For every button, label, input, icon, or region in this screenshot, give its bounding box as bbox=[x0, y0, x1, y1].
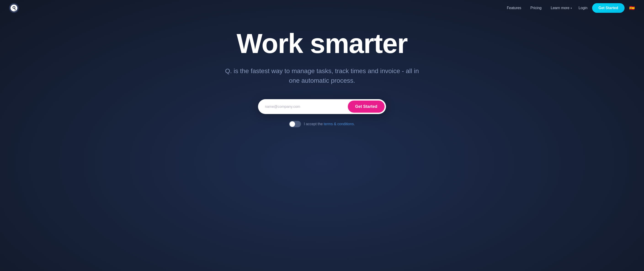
hero-title: Work smarter bbox=[236, 30, 407, 57]
toggle-knob bbox=[290, 121, 295, 127]
features-link[interactable]: Features bbox=[507, 6, 521, 10]
svg-point-2 bbox=[13, 7, 15, 8]
learn-more-link[interactable]: Learn more ▾ bbox=[551, 6, 572, 10]
get-started-button-nav[interactable]: Get Started bbox=[592, 3, 624, 13]
email-input[interactable] bbox=[265, 105, 348, 109]
logo[interactable] bbox=[9, 3, 19, 13]
language-flag-icon[interactable]: 🇪🇸 bbox=[629, 5, 635, 11]
terms-row: I accept the terms & conditions. bbox=[289, 121, 355, 127]
navbar-right: Login Get Started 🇪🇸 bbox=[579, 3, 635, 13]
terms-toggle[interactable] bbox=[289, 121, 301, 127]
hero-section: Work smarter Q. is the fastest way to ma… bbox=[0, 16, 644, 146]
email-form: Get Started bbox=[258, 99, 386, 114]
get-started-button-form[interactable]: Get Started bbox=[348, 100, 384, 113]
login-link[interactable]: Login bbox=[579, 6, 588, 10]
chevron-down-icon: ▾ bbox=[571, 7, 572, 9]
nav-links: Features Pricing Learn more ▾ bbox=[507, 6, 572, 10]
pricing-link[interactable]: Pricing bbox=[530, 6, 542, 10]
terms-text: I accept the terms & conditions. bbox=[304, 122, 355, 126]
terms-conditions-link[interactable]: terms & conditions bbox=[324, 122, 354, 126]
hero-subtitle: Q. is the fastest way to manage tasks, t… bbox=[219, 66, 425, 86]
navbar: Features Pricing Learn more ▾ Login Get … bbox=[0, 0, 644, 16]
